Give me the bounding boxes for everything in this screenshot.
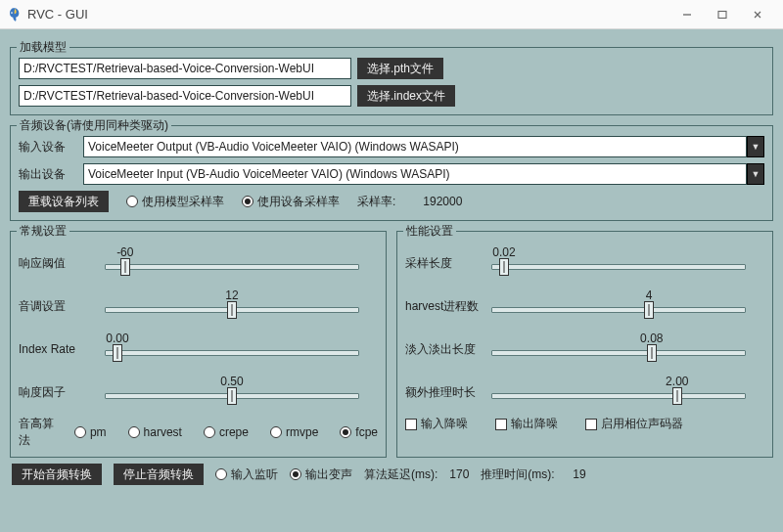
extra-infer-slider[interactable]: 2.00 — [491, 377, 746, 407]
app-icon — [6, 7, 22, 22]
group-load-model-legend: 加载模型 — [17, 39, 69, 56]
radio-icon — [270, 426, 282, 438]
index-path-input[interactable] — [19, 85, 351, 107]
checkbox-icon — [495, 419, 507, 430]
input-monitor-radio[interactable]: 输入监听 — [215, 466, 278, 483]
output-voice-change-radio[interactable]: 输出变声 — [290, 466, 352, 483]
block-length-label: 采样长度 — [405, 255, 484, 272]
input-device-label: 输入设备 — [19, 139, 77, 155]
loudness-slider[interactable]: 0.50 — [105, 377, 359, 407]
radio-icon — [126, 196, 138, 207]
algo-radio-label: pm — [90, 425, 107, 439]
output-noise-check[interactable]: 输出降噪 — [495, 416, 558, 432]
input-device-dropdown-icon[interactable]: ▼ — [747, 136, 764, 157]
algo-radio-crepe[interactable]: crepe — [204, 425, 249, 439]
pitch-slider[interactable]: 12 — [105, 291, 359, 321]
output-device-label: 输出设备 — [19, 166, 77, 183]
algo-radio-label: rmvpe — [286, 425, 318, 439]
radio-icon — [215, 468, 227, 480]
index-rate-value: 0.00 — [106, 332, 128, 345]
index-rate-label: Index Rate — [19, 342, 97, 356]
close-button[interactable] — [740, 3, 775, 26]
group-performance: 性能设置 采样长度 0.02 harvest进程数 4 淡入淡出长度 — [396, 231, 773, 458]
algo-delay-label: 算法延迟(ms): — [364, 466, 438, 483]
output-voice-change-radio-label: 输出变声 — [305, 466, 352, 483]
infer-time-value: 19 — [563, 467, 586, 481]
algo-radio-harvest[interactable]: harvest — [128, 425, 182, 439]
extra-infer-value: 2.00 — [666, 375, 688, 388]
pitch-value: 12 — [225, 288, 238, 302]
pick-pth-button[interactable]: 选择.pth文件 — [357, 58, 443, 79]
radio-icon — [340, 426, 351, 438]
crossfade-label: 淡入淡出长度 — [405, 341, 484, 358]
sr-model-radio[interactable]: 使用模型采样率 — [126, 194, 224, 210]
radio-icon — [204, 426, 215, 438]
group-load-model: 加载模型 选择.pth文件 选择.index文件 — [10, 47, 773, 115]
titlebar: RVC - GUI — [0, 0, 783, 29]
input-noise-check-label: 输入降噪 — [421, 416, 468, 432]
output-device-combo[interactable] — [83, 163, 747, 185]
algo-radio-label: harvest — [144, 425, 182, 439]
svg-rect-1 — [718, 11, 726, 18]
maximize-button[interactable] — [705, 3, 740, 26]
radio-icon — [290, 468, 301, 480]
crossfade-slider[interactable]: 0.08 — [491, 334, 746, 364]
window-title: RVC - GUI — [27, 7, 88, 22]
threshold-slider[interactable]: -60 — [105, 248, 359, 278]
output-noise-check-label: 输出降噪 — [511, 416, 558, 432]
extra-infer-label: 额外推理时长 — [405, 384, 484, 401]
block-length-value: 0.02 — [492, 245, 515, 259]
reload-devices-button[interactable]: 重载设备列表 — [19, 191, 109, 212]
sr-device-radio-label: 使用设备采样率 — [257, 194, 340, 210]
crossfade-value: 0.08 — [640, 332, 663, 345]
input-monitor-radio-label: 输入监听 — [231, 466, 278, 483]
phase-vocoder-check-label: 启用相位声码器 — [601, 416, 683, 432]
svg-point-0 — [11, 12, 13, 14]
algo-radio-label: crepe — [219, 425, 249, 439]
algo-radio-label: fcpe — [355, 425, 378, 439]
group-general-legend: 常规设置 — [17, 223, 69, 240]
loudness-label: 响度因子 — [19, 384, 97, 401]
group-audio-devices-legend: 音频设备(请使用同种类驱动) — [17, 117, 171, 134]
group-audio-devices: 音频设备(请使用同种类驱动) 输入设备 ▼ 输出设备 ▼ 重载设备列表 使用模型… — [10, 125, 773, 221]
block-length-slider[interactable]: 0.02 — [491, 248, 746, 278]
output-device-dropdown-icon[interactable]: ▼ — [747, 163, 764, 185]
stop-convert-button[interactable]: 停止音频转换 — [114, 464, 204, 485]
input-noise-check[interactable]: 输入降噪 — [405, 416, 468, 432]
input-device-combo[interactable] — [83, 136, 747, 157]
radio-icon — [128, 426, 140, 438]
start-convert-button[interactable]: 开始音频转换 — [12, 464, 102, 485]
pth-path-input[interactable] — [19, 58, 351, 79]
group-performance-legend: 性能设置 — [403, 223, 456, 240]
sr-model-radio-label: 使用模型采样率 — [142, 194, 224, 210]
pick-index-button[interactable]: 选择.index文件 — [357, 85, 455, 107]
pitch-label: 音调设置 — [19, 298, 97, 315]
radio-icon — [242, 196, 253, 207]
group-general: 常规设置 响应阈值 -60 音调设置 12 Index Rate — [10, 231, 387, 458]
sample-rate-label: 采样率: — [357, 194, 395, 210]
index-rate-slider[interactable]: 0.00 — [105, 334, 359, 364]
harvest-threads-value: 4 — [646, 288, 653, 302]
checkbox-icon — [585, 419, 597, 430]
algo-radio-rmvpe[interactable]: rmvpe — [270, 425, 318, 439]
infer-time-label: 推理时间(ms): — [481, 466, 554, 483]
phase-vocoder-check[interactable]: 启用相位声码器 — [585, 416, 683, 432]
loudness-value: 0.50 — [220, 375, 243, 388]
sample-rate-value: 192000 — [423, 195, 462, 208]
radio-icon — [74, 426, 86, 438]
harvest-threads-label: harvest进程数 — [405, 298, 484, 315]
harvest-threads-slider[interactable]: 4 — [491, 291, 746, 321]
algo-radio-fcpe[interactable]: fcpe — [340, 425, 378, 439]
pitch-algo-label: 音高算法 — [19, 416, 63, 449]
checkbox-icon — [405, 419, 417, 430]
threshold-value: -60 — [116, 245, 133, 259]
threshold-label: 响应阈值 — [19, 255, 97, 272]
algo-delay-value: 170 — [445, 467, 469, 481]
algo-radio-pm[interactable]: pm — [74, 425, 107, 439]
sr-device-radio[interactable]: 使用设备采样率 — [242, 194, 340, 210]
minimize-button[interactable] — [669, 3, 705, 26]
